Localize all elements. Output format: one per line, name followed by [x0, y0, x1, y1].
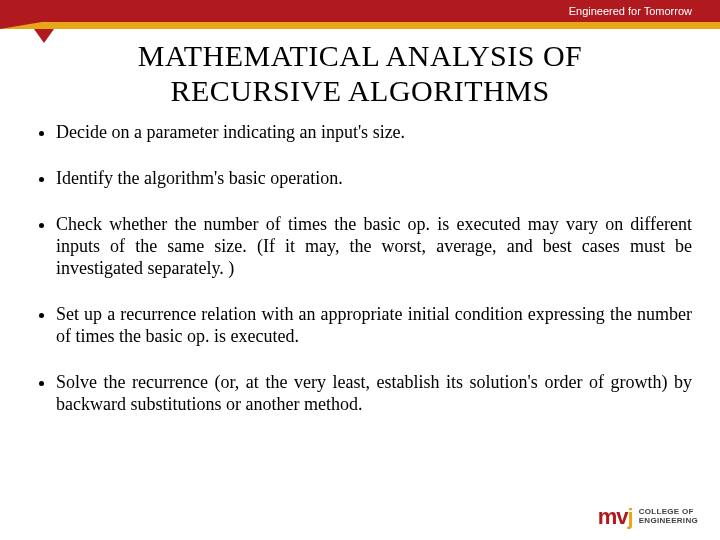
list-item: Decide on a parameter indicating an inpu… [56, 122, 692, 144]
logo-text-line1: COLLEGE OF [639, 507, 694, 516]
title-line-1: MATHEMATICAL ANALYSIS OF [138, 39, 583, 72]
decorative-notch-icon [34, 29, 54, 43]
accent-bar [0, 22, 720, 29]
logo-letter-j: j [628, 504, 633, 529]
logo-text-line2: ENGINEERING [639, 516, 698, 525]
footer-logo: mvj COLLEGE OF ENGINEERING [598, 504, 698, 530]
header-band: Engineered for Tomorrow [0, 0, 720, 22]
logo-letter-m: m [598, 504, 617, 529]
list-item: Check whether the number of times the ba… [56, 214, 692, 280]
list-item: Set up a recurrence relation with an app… [56, 304, 692, 348]
list-item: Solve the recurrence (or, at the very le… [56, 372, 692, 416]
slide-title: MATHEMATICAL ANALYSIS OF RECURSIVE ALGOR… [0, 29, 720, 122]
title-line-2: RECURSIVE ALGORITHMS [170, 74, 549, 107]
list-item: Identify the algorithm's basic operation… [56, 168, 692, 190]
tagline: Engineered for Tomorrow [569, 5, 692, 17]
logo-letter-v: v [616, 504, 627, 529]
logo-mark-icon: mvj [598, 504, 633, 530]
bullet-list: Decide on a parameter indicating an inpu… [0, 122, 720, 416]
logo-text: COLLEGE OF ENGINEERING [639, 508, 698, 526]
